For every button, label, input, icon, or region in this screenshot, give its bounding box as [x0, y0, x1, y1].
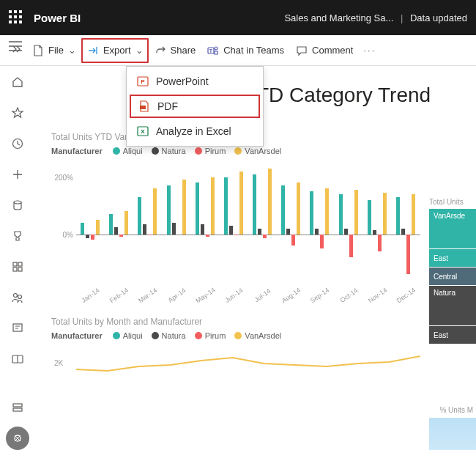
export-dropdown: P PowerPoint PDF X Analyze in Excel — [126, 66, 264, 147]
legend-vanarsdel-2: VanArsdel — [245, 331, 281, 340]
map-title: % Units M — [439, 406, 473, 414]
learn-nav[interactable] — [6, 317, 29, 340]
svg-point-2 — [215, 47, 217, 50]
create-nav[interactable] — [6, 163, 29, 186]
swatch-aliqui — [113, 147, 120, 155]
chart-1-legend: Manufacturer Aliqui Natura Pirum VanArsd… — [51, 147, 420, 155]
map-visual[interactable] — [429, 418, 476, 450]
goals-nav[interactable] — [6, 224, 29, 248]
powerpoint-icon: P — [137, 75, 149, 87]
share-icon — [155, 45, 166, 56]
svg-rect-19 — [13, 408, 22, 411]
treemap-tile[interactable]: Central — [429, 268, 476, 285]
apps-nav[interactable] — [6, 255, 29, 279]
legend-aliqui: Aliqui — [123, 147, 143, 155]
chart-2-canvas: 2K — [76, 347, 420, 391]
pdf-icon — [138, 100, 150, 112]
shared-nav[interactable] — [6, 286, 29, 309]
app-title: Power BI — [34, 12, 81, 24]
swatch-pirum-2 — [195, 332, 202, 339]
expand-pane-button[interactable] — [6, 43, 26, 57]
svg-rect-11 — [18, 262, 22, 266]
swatch-vanarsdel — [234, 147, 242, 155]
excel-label: Analyze in Excel — [156, 125, 231, 137]
my-workspace-nav[interactable] — [6, 396, 29, 419]
right-tiles-title: Total Units — [429, 198, 476, 206]
comment-icon — [296, 45, 308, 56]
favorites-nav[interactable] — [6, 101, 29, 125]
export-menu-button[interactable]: Export ⌄ — [81, 38, 149, 63]
treemap-tile[interactable]: VanArsde — [429, 209, 476, 248]
export-pdf-item[interactable]: PDF — [130, 95, 260, 118]
svg-point-9 — [14, 201, 21, 204]
comment-label: Comment — [312, 45, 353, 56]
chart-1-canvas: 0%200% Jan-14Feb-14Mar-14Apr-14May-14Jun… — [76, 163, 420, 295]
svg-rect-18 — [13, 404, 22, 407]
command-bar: File ⌄ Export ⌄ Share T Chat in Teams Co… — [0, 35, 476, 66]
legend-pirum-2: Pirum — [205, 331, 226, 340]
chart-2-legend: Manufacturer Aliqui Natura Pirum VanArsd… — [51, 331, 420, 340]
data-status: Data updated — [410, 12, 467, 23]
ellipsis-icon: ··· — [363, 45, 376, 56]
swatch-natura — [152, 147, 159, 155]
chart-1[interactable]: Total Units YTD Var % by Month and Manuf… — [47, 132, 420, 295]
share-label: Share — [171, 45, 196, 56]
swatch-natura-2 — [152, 332, 159, 339]
treemap-tile[interactable]: East — [429, 326, 476, 344]
svg-text:T: T — [209, 48, 213, 53]
svg-rect-5 — [140, 106, 146, 109]
chart-2[interactable]: Total Units by Month and Manufacturer Ma… — [47, 317, 420, 391]
chart-2-ytick: 2K — [54, 359, 63, 367]
export-powerpoint-item[interactable]: P PowerPoint — [127, 70, 263, 93]
legend-natura-2: Natura — [162, 331, 186, 340]
legend-vanarsdel: VanArsdel — [245, 147, 281, 155]
home-nav[interactable] — [6, 70, 29, 94]
treemap-tile[interactable]: East — [429, 249, 476, 267]
legend-aliqui-2: Aliqui — [123, 331, 143, 340]
svg-rect-10 — [13, 262, 17, 266]
app-header: Power BI Sales and Marketing Sa... | Dat… — [0, 0, 476, 35]
left-nav-rail — [0, 66, 35, 450]
swatch-aliqui-2 — [113, 332, 120, 339]
svg-point-15 — [18, 295, 22, 299]
file-icon — [32, 45, 44, 56]
chat-teams-button[interactable]: T Chat in Teams — [201, 39, 290, 62]
legend-label-2: Manufacturer — [51, 331, 103, 340]
legend-natura: Natura — [162, 147, 186, 155]
svg-point-14 — [14, 294, 18, 298]
recent-nav[interactable] — [6, 132, 29, 155]
pdf-label: PDF — [157, 100, 178, 112]
current-workspace-nav[interactable] — [6, 427, 29, 450]
export-label: Export — [103, 45, 131, 56]
header-context: Sales and Marketing Sa... | Data updated — [284, 12, 467, 23]
legend-label: Manufacturer — [51, 147, 103, 155]
datasets-nav[interactable] — [6, 193, 29, 217]
comment-button[interactable]: Comment — [290, 39, 359, 62]
share-button[interactable]: Share — [149, 39, 202, 62]
chevron-down-icon: ⌄ — [68, 45, 75, 56]
export-excel-item[interactable]: X Analyze in Excel — [127, 119, 263, 143]
right-tiles: Total Units VanArsdeEastCentralNaturaEas… — [429, 198, 476, 344]
app-launcher-icon[interactable] — [9, 10, 23, 25]
treemap-tile[interactable]: Natura — [429, 286, 476, 325]
svg-rect-16 — [13, 324, 22, 331]
breadcrumb[interactable]: Sales and Marketing Sa... — [284, 12, 393, 23]
chart-2-title: Total Units by Month and Manufacturer — [51, 317, 420, 327]
more-options-button[interactable]: ··· — [359, 39, 380, 62]
svg-text:X: X — [141, 128, 145, 135]
chevron-down-icon: ⌄ — [135, 45, 143, 56]
workspaces-nav[interactable] — [6, 347, 29, 371]
export-icon — [87, 45, 99, 56]
svg-rect-13 — [18, 268, 22, 271]
teams-icon: T — [207, 45, 219, 56]
svg-text:P: P — [141, 78, 145, 85]
swatch-vanarsdel-2 — [234, 332, 242, 339]
svg-rect-12 — [13, 268, 17, 271]
powerpoint-label: PowerPoint — [156, 75, 209, 87]
legend-pirum: Pirum — [205, 147, 226, 155]
excel-icon: X — [137, 125, 149, 137]
swatch-pirum — [195, 147, 202, 155]
file-label: File — [48, 45, 64, 56]
chat-label: Chat in Teams — [223, 45, 284, 56]
file-menu-button[interactable]: File ⌄ — [26, 39, 81, 62]
